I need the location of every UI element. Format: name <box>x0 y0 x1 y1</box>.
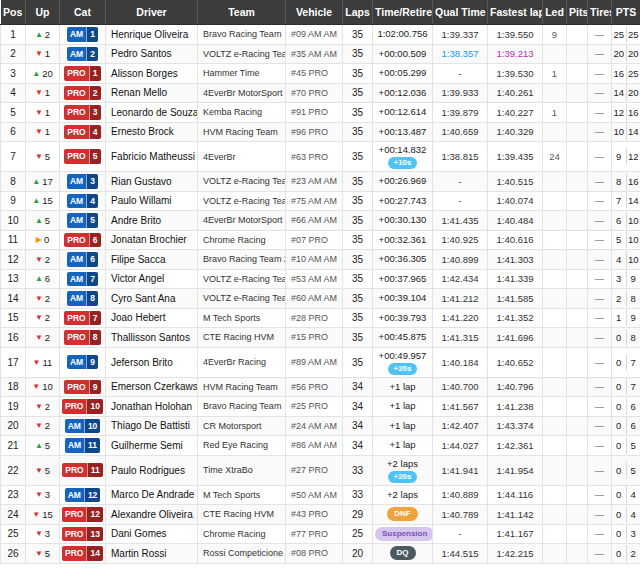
driver-name-cell: Ernesto Brock <box>106 122 198 142</box>
qual-time-cell: 1:41.315 <box>433 328 488 348</box>
qual-time-value: - <box>458 68 461 79</box>
position-change-value: 2 <box>45 254 50 265</box>
category-badge: PRO1 <box>64 66 100 81</box>
position-change-cell: ▲17 <box>26 172 60 192</box>
pits-cell <box>567 83 588 103</box>
team-name-cell: HVM Racing Team <box>198 122 286 142</box>
time-value: +00:49.957 <box>375 350 430 362</box>
position-change-cell: ▼11 <box>26 347 60 377</box>
result-row: 2▼1AM2Pedro SantosVOLTZ e-Racing Team 2#… <box>1 44 640 64</box>
led-cell <box>543 172 567 192</box>
points-wrap: 714 <box>612 192 640 211</box>
fastest-lap-cell: 1:40.652 <box>488 347 543 377</box>
time-value: +00:39.104 <box>375 292 430 304</box>
vehicle-cell: #35 AM AM <box>286 44 343 64</box>
time-retired-cell: +00:00.509 <box>373 44 433 64</box>
category-rank-label: 3 <box>86 174 98 189</box>
column-header-driver[interactable]: Driver <box>106 0 198 25</box>
category-cell: PRO11 <box>60 455 106 485</box>
position-cell: 9 <box>1 191 26 211</box>
points-cell: 05 <box>612 455 640 485</box>
time-retired-cell: +00:36.305 <box>373 250 433 270</box>
tires-cell: — <box>588 347 612 377</box>
column-header-time[interactable]: Time/Retired <box>373 0 433 25</box>
category-rank-label: 8 <box>89 330 101 345</box>
laps-cell: 35 <box>343 142 373 172</box>
time-retired-cell: +00:49.957+20s <box>373 347 433 377</box>
pits-cell <box>567 524 588 544</box>
position-change-cell: ▶0 <box>26 230 60 250</box>
points-wrap: 28 <box>612 289 640 308</box>
led-cell <box>543 416 567 436</box>
tires-cell: — <box>588 397 612 417</box>
time-value: +00:32.361 <box>375 234 430 246</box>
qual-time-cell: 1:39.337 <box>433 25 488 45</box>
qual-time-value: 1:41.212 <box>442 293 479 304</box>
position-up-icon: ▲ <box>32 196 40 205</box>
points-cell: 816 <box>612 172 640 192</box>
column-header-pts[interactable]: PTS <box>612 0 640 25</box>
time-retired-cell: +2 laps <box>373 485 433 505</box>
column-header-qual[interactable]: Qual Time <box>433 0 488 25</box>
results-body: 1▲2AM1Henrique OliveiraBravo Racing Team… <box>1 25 640 564</box>
position-change-cell: ▼1 <box>26 103 60 123</box>
position-cell: 16 <box>1 328 26 348</box>
position-change-cell: ▼2 <box>26 250 60 270</box>
points-cell: 06 <box>612 397 640 417</box>
vehicle-cell: #70 PRO <box>286 83 343 103</box>
category-rank-label: 6 <box>86 252 98 267</box>
driver-name-cell: Fabricio Matheussi <box>106 142 198 172</box>
total-points: 8 <box>626 329 640 346</box>
position-change-value: 17 <box>42 176 53 187</box>
category-badge: PRO5 <box>64 149 100 164</box>
qual-time-cell: - <box>433 524 488 544</box>
points-wrap: 03 <box>612 525 640 544</box>
laps-cell: 34 <box>343 397 373 417</box>
tires-cell: — <box>588 172 612 192</box>
column-header-pos[interactable]: Pos <box>1 0 26 25</box>
result-row: 12▼2AM6Filipe SaccaBravo Racing Team 2#1… <box>1 250 640 270</box>
result-row: 6▼1PRO4Ernesto BrockHVM Racing Team#96 P… <box>1 122 640 142</box>
category-group-label: AM <box>65 438 84 453</box>
category-badge: AM10 <box>65 419 101 434</box>
column-header-team[interactable]: Team <box>198 0 286 25</box>
column-header-led[interactable]: Led <box>543 0 567 25</box>
pits-cell <box>567 64 588 84</box>
team-name-cell: VOLTZ e-Racing Team 2 <box>198 269 286 289</box>
points-wrap: 1625 <box>612 64 640 83</box>
fastest-lap-value: 1:41.303 <box>497 254 534 265</box>
qual-time-cell: 1:40.700 <box>433 377 488 397</box>
fastest-lap-cell: 1:39.550 <box>488 25 543 45</box>
column-header-fastest[interactable]: Fastest lap <box>488 0 543 25</box>
category-rank-label: 9 <box>86 355 98 370</box>
fastest-lap-value: 1:43.374 <box>497 420 534 431</box>
column-header-cat[interactable]: Cat <box>60 0 106 25</box>
column-header-laps[interactable]: Laps <box>343 0 373 25</box>
position-cell: 22 <box>1 455 26 485</box>
column-header-tires[interactable]: Tires <box>588 0 612 25</box>
vehicle-cell: #08 PRO <box>286 544 343 564</box>
category-group-label: PRO <box>64 380 88 395</box>
position-cell: 7 <box>1 142 26 172</box>
laps-cell: 35 <box>343 230 373 250</box>
time-value: +2 laps <box>375 489 430 501</box>
category-group-label: AM <box>67 213 86 228</box>
time-penalty-badge: +20s <box>388 363 416 375</box>
time-retired-cell: +00:12.036 <box>373 83 433 103</box>
column-header-vehicle[interactable]: Vehicle <box>286 0 343 25</box>
total-points: 7 <box>626 378 640 395</box>
column-header-pits[interactable]: Pits <box>567 0 588 25</box>
qual-time-cell: 1:38.357 <box>433 44 488 64</box>
column-header-up[interactable]: Up <box>26 0 60 25</box>
qual-time-value: 1:41.435 <box>442 215 479 226</box>
time-value: +00:45.875 <box>375 331 430 343</box>
qual-time-cell: 1:40.889 <box>433 485 488 505</box>
led-cell <box>543 436 567 456</box>
category-group-label: AM <box>67 47 86 62</box>
fastest-lap-cell: 1:41.238 <box>488 397 543 417</box>
laps-cell: 35 <box>343 211 373 231</box>
position-change-cell: ▼5 <box>26 142 60 172</box>
category-cell: AM10 <box>60 416 106 436</box>
qual-time-value: 1:44.027 <box>442 440 479 451</box>
category-group-label: PRO <box>64 86 88 101</box>
